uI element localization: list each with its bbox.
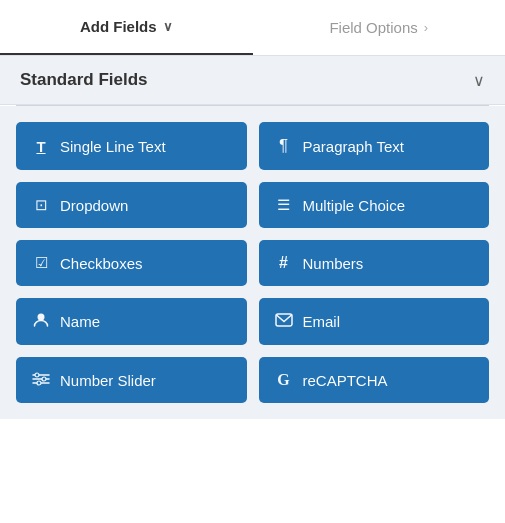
checkboxes-label: Checkboxes [60, 255, 143, 272]
dropdown-button[interactable]: ⊡ Dropdown [16, 182, 247, 228]
svg-point-7 [37, 381, 41, 385]
email-label: Email [303, 313, 341, 330]
numbers-icon: # [275, 254, 293, 272]
section-title: Standard Fields [20, 70, 148, 90]
multiple-choice-label: Multiple Choice [303, 197, 406, 214]
svg-point-6 [42, 377, 46, 381]
email-button[interactable]: Email [259, 298, 490, 345]
single-line-text-icon: T [32, 138, 50, 155]
numbers-button[interactable]: # Numbers [259, 240, 490, 286]
name-icon [32, 312, 50, 331]
name-label: Name [60, 313, 100, 330]
email-icon [275, 313, 293, 330]
checkboxes-icon: ☑ [32, 254, 50, 272]
svg-point-0 [38, 314, 45, 321]
svg-point-5 [35, 373, 39, 377]
dropdown-label: Dropdown [60, 197, 128, 214]
field-options-arrow-icon: › [424, 20, 428, 35]
tab-field-options[interactable]: Field Options › [253, 0, 506, 55]
paragraph-text-icon: ¶ [275, 136, 293, 156]
name-button[interactable]: Name [16, 298, 247, 345]
add-fields-label: Add Fields [80, 18, 157, 35]
single-line-text-label: Single Line Text [60, 138, 166, 155]
dropdown-icon: ⊡ [32, 196, 50, 214]
number-slider-button[interactable]: Number Slider [16, 357, 247, 403]
checkboxes-button[interactable]: ☑ Checkboxes [16, 240, 247, 286]
multiple-choice-button[interactable]: ☰ Multiple Choice [259, 182, 490, 228]
field-options-label: Field Options [329, 19, 417, 36]
multiple-choice-icon: ☰ [275, 196, 293, 214]
number-slider-icon [32, 372, 50, 389]
paragraph-text-label: Paragraph Text [303, 138, 404, 155]
number-slider-label: Number Slider [60, 372, 156, 389]
add-fields-chevron-icon: ∨ [163, 19, 173, 34]
recaptcha-button[interactable]: G reCAPTCHA [259, 357, 490, 403]
numbers-label: Numbers [303, 255, 364, 272]
tab-add-fields[interactable]: Add Fields ∨ [0, 0, 253, 55]
paragraph-text-button[interactable]: ¶ Paragraph Text [259, 122, 490, 170]
section-collapse-icon[interactable]: ∨ [473, 71, 485, 90]
section-header: Standard Fields ∨ [0, 56, 505, 105]
tab-bar: Add Fields ∨ Field Options › [0, 0, 505, 56]
recaptcha-icon: G [275, 371, 293, 389]
recaptcha-label: reCAPTCHA [303, 372, 388, 389]
fields-grid: T Single Line Text ¶ Paragraph Text ⊡ Dr… [0, 106, 505, 419]
single-line-text-button[interactable]: T Single Line Text [16, 122, 247, 170]
